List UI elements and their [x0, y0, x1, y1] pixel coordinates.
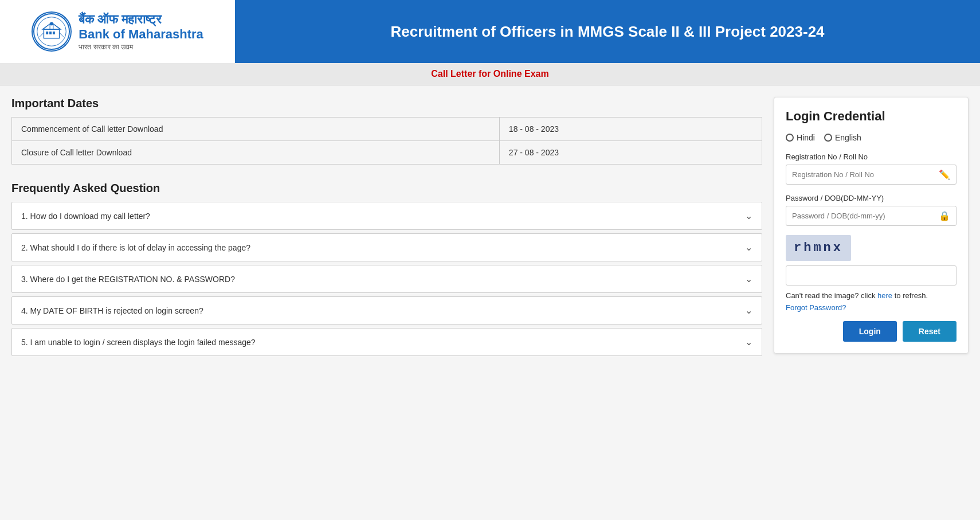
faq-question[interactable]: 2. What should I do if there is lot of d…	[12, 234, 762, 261]
bank-emblem	[32, 11, 72, 52]
left-panel: Important Dates Commencement of Call let…	[11, 97, 774, 359]
svg-line-9	[40, 33, 44, 37]
svg-rect-3	[46, 32, 48, 34]
faq-question-text: 2. What should I do if there is lot of d…	[21, 243, 250, 252]
reg-label: Registration No / Roll No	[786, 153, 957, 161]
logo-text-group: बैंक ऑफ महाराष्ट्र Bank of Maharashtra भ…	[79, 12, 203, 52]
logo-english-text: Bank of Maharashtra	[79, 27, 203, 42]
faq-question[interactable]: 4. My DATE OF BIRTH is rejected on login…	[12, 297, 762, 324]
chevron-down-icon: ⌄	[745, 210, 752, 221]
pencil-icon: ✏️	[933, 169, 956, 180]
captcha-text: rhmnx	[794, 241, 843, 255]
english-option[interactable]: English	[824, 133, 861, 142]
faq-question-text: 3. Where do I get the REGISTRATION NO. &…	[21, 275, 235, 284]
hindi-radio[interactable]	[786, 134, 794, 142]
logo-hindi-text: बैंक ऑफ महाराष्ट्र	[79, 12, 162, 27]
login-buttons: Login Reset	[786, 321, 957, 342]
date-value: 18 - 08 - 2023	[499, 118, 762, 141]
faq-question-text: 1. How do I download my call letter?	[21, 212, 150, 221]
svg-point-8	[50, 22, 53, 26]
faq-question[interactable]: 5. I am unable to login / screen display…	[12, 329, 762, 355]
bank-logo: बैंक ऑफ महाराष्ट्र Bank of Maharashtra भ…	[0, 0, 235, 63]
faq-item[interactable]: 3. Where do I get the REGISTRATION NO. &…	[11, 265, 762, 293]
password-input[interactable]	[786, 206, 933, 225]
captcha-refresh-suffix: to refresh.	[895, 291, 928, 300]
svg-rect-5	[53, 32, 55, 34]
lock-icon: 🔒	[933, 210, 956, 221]
faq-item[interactable]: 4. My DATE OF BIRTH is rejected on login…	[11, 296, 762, 324]
page-header: बैंक ऑफ महाराष्ट्र Bank of Maharashtra भ…	[0, 0, 980, 63]
recruitment-title: Recruitment of Officers in MMGS Scale II…	[390, 23, 824, 41]
english-label: English	[835, 133, 861, 142]
captcha-input-wrapper	[786, 265, 957, 286]
logo-sub-text: भारत सरकार का उद्यम	[79, 43, 133, 51]
captcha-refresh-prefix: Can't read the image? click	[786, 291, 875, 300]
table-row: Closure of Call letter Download27 - 08 -…	[12, 141, 762, 165]
faq-list: 1. How do I download my call letter? ⌄ 2…	[11, 202, 762, 356]
registration-input[interactable]	[786, 165, 933, 184]
faq-question-text: 4. My DATE OF BIRTH is rejected on login…	[21, 306, 203, 315]
faq-item[interactable]: 5. I am unable to login / screen display…	[11, 328, 762, 356]
language-selector: Hindi English	[786, 133, 957, 142]
header-title: Recruitment of Officers in MMGS Scale II…	[235, 0, 980, 63]
faq-question[interactable]: 3. Where do I get the REGISTRATION NO. &…	[12, 265, 762, 292]
captcha-input[interactable]	[786, 266, 956, 285]
date-label: Closure of Call letter Download	[12, 141, 500, 165]
reset-button[interactable]: Reset	[903, 321, 957, 342]
sub-header: Call Letter for Online Exam	[0, 63, 980, 85]
date-label: Commencement of Call letter Download	[12, 118, 500, 141]
login-panel: Login Credential Hindi English Registrat…	[774, 97, 969, 354]
table-row: Commencement of Call letter Download18 -…	[12, 118, 762, 141]
login-title: Login Credential	[786, 109, 957, 124]
svg-line-10	[60, 33, 64, 37]
password-input-wrapper: 🔒	[786, 206, 957, 226]
svg-rect-7	[50, 25, 53, 29]
dates-table: Commencement of Call letter Download18 -…	[11, 117, 762, 165]
chevron-down-icon: ⌄	[745, 305, 752, 316]
important-dates-title: Important Dates	[11, 97, 762, 110]
captcha-refresh-info: Can't read the image? click here to refr…	[786, 291, 957, 300]
svg-rect-4	[49, 32, 52, 34]
chevron-down-icon: ⌄	[745, 273, 752, 284]
chevron-down-icon: ⌄	[745, 337, 752, 347]
hindi-option[interactable]: Hindi	[786, 133, 815, 142]
faq-question-text: 5. I am unable to login / screen display…	[21, 338, 256, 347]
captcha-refresh-link[interactable]: here	[877, 291, 892, 300]
password-label: Password / DOB(DD-MM-YY)	[786, 194, 957, 202]
faq-item[interactable]: 1. How do I download my call letter? ⌄	[11, 202, 762, 230]
faq-title: Frequently Asked Question	[11, 182, 762, 195]
english-radio[interactable]	[824, 134, 832, 142]
sub-header-text: Call Letter for Online Exam	[431, 69, 548, 79]
main-container: Important Dates Commencement of Call let…	[0, 85, 980, 371]
chevron-down-icon: ⌄	[745, 242, 752, 253]
date-value: 27 - 08 - 2023	[499, 141, 762, 165]
forgot-password-link[interactable]: Forgot Password?	[786, 303, 957, 312]
hindi-label: Hindi	[797, 133, 815, 142]
captcha-image: rhmnx	[786, 235, 851, 261]
faq-item[interactable]: 2. What should I do if there is lot of d…	[11, 233, 762, 261]
faq-question[interactable]: 1. How do I download my call letter? ⌄	[12, 202, 762, 229]
reg-input-wrapper: ✏️	[786, 165, 957, 185]
login-button[interactable]: Login	[843, 321, 897, 342]
